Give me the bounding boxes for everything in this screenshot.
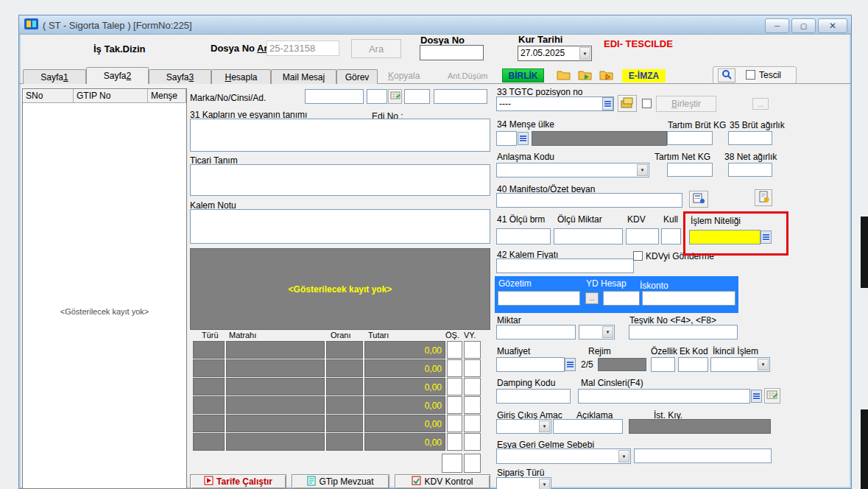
tab-hesapla[interactable]: Hesapla bbox=[211, 69, 271, 84]
yd-hesap-input[interactable] bbox=[603, 291, 640, 306]
tax-os-cell[interactable] bbox=[447, 433, 462, 451]
dosya-no-input[interactable] bbox=[420, 45, 484, 60]
gtip-mevzuat-button[interactable]: GTip Mevzuat bbox=[292, 474, 389, 489]
tartim-brut-input[interactable] bbox=[667, 131, 713, 145]
damping-kodu-input[interactable] bbox=[496, 389, 571, 404]
tax-vy-cell[interactable] bbox=[464, 378, 481, 395]
ticari-tanim-textarea[interactable] bbox=[190, 164, 490, 196]
tax-vy-cell[interactable] bbox=[464, 341, 481, 359]
mense-lookup-button[interactable] bbox=[518, 132, 529, 145]
tab-sayfa-1[interactable]: Sayfa 1 bbox=[23, 69, 86, 84]
mal-cinsleri-edit-button[interactable] bbox=[764, 388, 780, 404]
muafiyet-lookup-button[interactable] bbox=[565, 358, 576, 371]
net-agirlik-input[interactable] bbox=[728, 163, 772, 177]
iskonto-input[interactable] bbox=[642, 291, 735, 306]
gozetim-input[interactable] bbox=[498, 291, 580, 306]
birlestir-button[interactable]: Birleştir bbox=[656, 96, 716, 112]
archive-button[interactable] bbox=[618, 95, 637, 112]
tgtc-input[interactable] bbox=[496, 96, 614, 111]
miktar-input[interactable] bbox=[496, 325, 576, 340]
ara-button[interactable]: Ara bbox=[351, 39, 401, 58]
marka-input-3[interactable] bbox=[404, 89, 430, 104]
kur-tarihi-select[interactable]: 27.05.2025 bbox=[518, 46, 592, 61]
app-icon bbox=[24, 18, 39, 33]
kalem-fiyati-input[interactable] bbox=[496, 258, 634, 273]
olcu-brm-input[interactable] bbox=[496, 228, 551, 245]
miktar-birim-select[interactable] bbox=[579, 325, 615, 340]
kdv-kontrol-button[interactable]: KDV Kontrol bbox=[395, 474, 490, 489]
tax-vy-cell[interactable] bbox=[464, 433, 481, 451]
grid-col-sno[interactable]: SNo bbox=[23, 89, 74, 103]
kalem-notu-textarea[interactable] bbox=[190, 209, 490, 244]
kull-input[interactable] bbox=[661, 228, 681, 245]
siparis-turu-select[interactable] bbox=[496, 477, 551, 489]
tescil-checkbox[interactable] bbox=[746, 70, 755, 80]
maximize-button[interactable]: ▢ bbox=[791, 18, 816, 33]
birlik-button[interactable]: BİRLİK bbox=[502, 68, 544, 82]
grid-col-mense[interactable]: Menşe bbox=[148, 89, 186, 103]
kdv-input[interactable] bbox=[626, 228, 659, 245]
tax-oran-cell bbox=[326, 341, 363, 359]
muafiyet-input[interactable] bbox=[496, 357, 565, 372]
tarife-calistir-button[interactable]: Tarife Çalıştır bbox=[190, 474, 286, 489]
kaplar-textarea[interactable] bbox=[190, 119, 490, 152]
scrollbar-mark[interactable] bbox=[861, 409, 868, 489]
dosya-no-ara-input[interactable] bbox=[267, 41, 339, 56]
tartim-net-input[interactable] bbox=[667, 163, 713, 177]
tax-os-cell[interactable] bbox=[447, 378, 462, 395]
tab-mail-mesaj[interactable]: Mail Mesaj bbox=[271, 69, 336, 84]
tax-vy-cell[interactable] bbox=[464, 396, 481, 414]
folder-export-button[interactable] bbox=[596, 68, 615, 83]
olcu-miktar-input[interactable] bbox=[554, 228, 623, 245]
yd-hesap-dots-button[interactable]: ... bbox=[585, 292, 599, 304]
mense-ulke-input[interactable] bbox=[496, 131, 517, 146]
tax-vy-cell[interactable] bbox=[464, 359, 481, 377]
e-imza-button[interactable]: E-İMZA bbox=[622, 69, 666, 82]
marka-input-2[interactable] bbox=[367, 89, 387, 104]
minimize-button[interactable]: ─ bbox=[765, 18, 789, 33]
preview-button[interactable] bbox=[718, 68, 735, 82]
ant-dusum-button[interactable]: Ant.Düşüm bbox=[448, 71, 487, 80]
giris-cikis-amac-select[interactable] bbox=[496, 419, 551, 434]
ozellik-input[interactable] bbox=[651, 357, 675, 372]
tax-vy-cell[interactable] bbox=[464, 454, 481, 473]
ellipsis-button[interactable]: ... bbox=[752, 98, 769, 110]
mal-cinsleri-input[interactable] bbox=[578, 389, 750, 404]
tax-os-cell[interactable] bbox=[447, 396, 462, 414]
marka-edit-button[interactable] bbox=[388, 89, 402, 104]
ikincil-islem-select[interactable] bbox=[710, 357, 770, 372]
tax-os-cell[interactable] bbox=[447, 359, 462, 377]
tax-os-cell[interactable] bbox=[442, 454, 462, 473]
mal-cinsleri-lookup-button[interactable] bbox=[751, 390, 762, 403]
islem-niteligi-input[interactable] bbox=[689, 230, 761, 245]
birlestir-checkbox[interactable] bbox=[642, 99, 652, 108]
folder-import-button[interactable] bbox=[575, 68, 594, 83]
tab-gorev[interactable]: Görev bbox=[336, 69, 378, 84]
scrollbar-mark[interactable] bbox=[861, 217, 868, 288]
esya-geri-gelme-select[interactable] bbox=[496, 448, 631, 464]
tax-os-cell[interactable] bbox=[447, 341, 462, 359]
kdvyi-gonderme-checkbox[interactable] bbox=[633, 251, 643, 261]
manifesto-input[interactable] bbox=[496, 193, 682, 208]
aciklama-input[interactable] bbox=[553, 419, 623, 434]
brut-agirlik-input[interactable] bbox=[728, 131, 772, 145]
document-new-button[interactable] bbox=[755, 189, 772, 206]
close-button[interactable]: ✕ bbox=[818, 18, 847, 33]
grid-col-gtip[interactable]: GTIP No bbox=[74, 89, 148, 103]
marka-input-4[interactable] bbox=[434, 89, 487, 104]
islem-lookup-button[interactable] bbox=[761, 231, 772, 244]
ek-kod-input[interactable] bbox=[678, 357, 708, 372]
tab-sayfa-3[interactable]: Sayfa 3 bbox=[149, 69, 211, 84]
tax-vy-cell[interactable] bbox=[464, 415, 481, 432]
kopyala-button[interactable]: Kopyala bbox=[388, 71, 420, 81]
folder-open-button[interactable] bbox=[554, 68, 573, 83]
tesvik-no-input[interactable] bbox=[629, 325, 738, 340]
print-button[interactable] bbox=[689, 191, 708, 208]
anlasma-kodu-select[interactable] bbox=[496, 163, 649, 177]
esya-geri-gelme-input[interactable] bbox=[634, 448, 772, 463]
tab-sayfa-2[interactable]: Sayfa 2 bbox=[86, 67, 149, 84]
tgtc-lookup-button[interactable] bbox=[602, 97, 613, 110]
items-grid[interactable] bbox=[22, 88, 187, 489]
marka-input-1[interactable] bbox=[305, 89, 364, 104]
tax-os-cell[interactable] bbox=[447, 415, 462, 432]
